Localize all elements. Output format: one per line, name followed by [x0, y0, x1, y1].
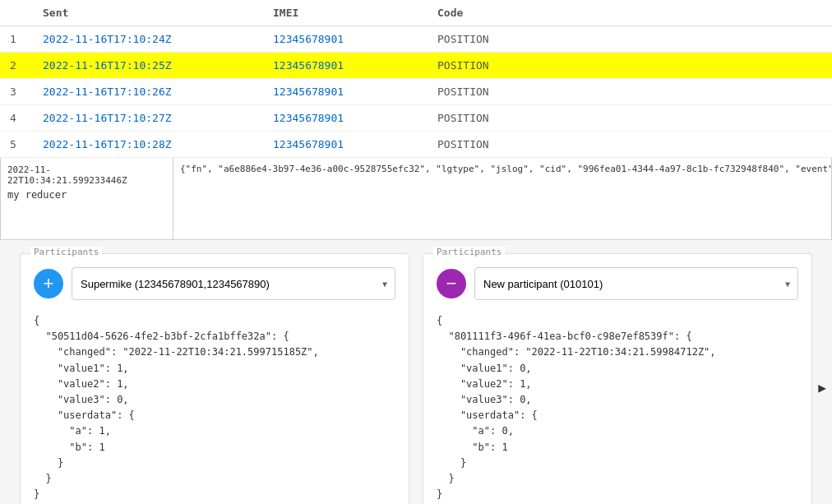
participant-select-wrapper-right: New participant (010101) [474, 267, 798, 300]
cell-num: 3 [0, 79, 33, 105]
json-content-left: { "50511d04-5626-4fe2-b3bf-2cfa1bffe32a"… [34, 313, 395, 502]
detail-timestamp: 2022-11-22T10:34:21.599233446Z [7, 164, 166, 186]
participant-select-left[interactable]: Supermike (12345678901,1234567890) [72, 267, 395, 300]
data-table: Sent IMEI Code 1 2022-11-16T17:10:24Z 12… [0, 0, 832, 158]
col-header-imei: IMEI [263, 0, 428, 26]
col-header-num [0, 0, 33, 26]
cell-num: 1 [0, 26, 33, 53]
panel-left: Participants + Supermike (12345678901,12… [20, 253, 409, 504]
col-header-code: Code [428, 0, 832, 26]
detail-json: {"fn", "a6e886e4-3b97-4e36-a00c-9528755e… [173, 158, 831, 239]
table-row[interactable]: 4 2022-11-16T17:10:27Z 12345678901 POSIT… [0, 105, 832, 132]
table-row[interactable]: 2 2022-11-16T17:10:25Z 12345678901 POSIT… [0, 53, 832, 79]
bottom-section: Participants + Supermike (12345678901,12… [0, 240, 832, 504]
detail-row: 2022-11-22T10:34:21.599233446Z my reduce… [0, 158, 832, 240]
participants-label-right: Participants [433, 247, 505, 257]
cell-imei: 12345678901 [263, 132, 428, 158]
participant-select-right[interactable]: New participant (010101) [474, 267, 798, 300]
cell-code: POSITION [428, 26, 832, 53]
cell-imei: 12345678901 [263, 26, 428, 53]
cell-imei: 12345678901 [263, 105, 428, 132]
col-header-sent: Sent [33, 0, 263, 26]
participant-row-right: − New participant (010101) [437, 267, 798, 300]
cell-num: 4 [0, 105, 33, 132]
cell-code: POSITION [428, 53, 832, 79]
cursor-icon: ▶ [818, 380, 826, 395]
cell-num: 2 [0, 53, 33, 79]
cell-sent: 2022-11-16T17:10:24Z [33, 26, 263, 53]
participant-select-wrapper-left: Supermike (12345678901,1234567890) [72, 267, 395, 300]
cell-code: POSITION [428, 105, 832, 132]
cell-sent: 2022-11-16T17:10:25Z [33, 53, 263, 79]
cell-imei: 12345678901 [263, 79, 428, 105]
cell-sent: 2022-11-16T17:10:26Z [33, 79, 263, 105]
cell-sent: 2022-11-16T17:10:27Z [33, 105, 263, 132]
cell-sent: 2022-11-16T17:10:28Z [33, 132, 263, 158]
detail-left-panel: 2022-11-22T10:34:21.599233446Z my reduce… [1, 158, 173, 239]
cell-imei: 12345678901 [263, 53, 428, 79]
participant-row-left: + Supermike (12345678901,1234567890) [34, 267, 395, 300]
cell-code: POSITION [428, 132, 832, 158]
table-row[interactable]: 1 2022-11-16T17:10:24Z 12345678901 POSIT… [0, 26, 832, 53]
cell-code: POSITION [428, 79, 832, 105]
table-row[interactable]: 3 2022-11-16T17:10:26Z 12345678901 POSIT… [0, 79, 832, 105]
add-participant-button[interactable]: + [34, 269, 63, 298]
detail-reducer: my reducer [7, 189, 166, 201]
cell-num: 5 [0, 132, 33, 158]
panel-right: Participants − New participant (010101) … [423, 253, 812, 504]
remove-participant-button[interactable]: − [437, 269, 466, 298]
participants-label-left: Participants [30, 247, 102, 257]
json-content-right: { "801111f3-496f-41ea-bcf0-c98e7ef8539f"… [437, 313, 798, 502]
table-row[interactable]: 5 2022-11-16T17:10:28Z 12345678901 POSIT… [0, 132, 832, 158]
